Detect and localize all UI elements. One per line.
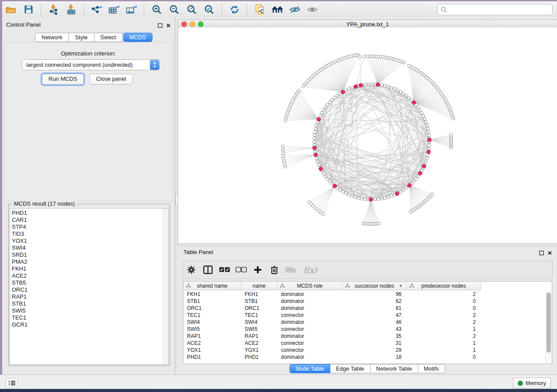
network-node[interactable] — [319, 114, 322, 117]
network-node[interactable] — [347, 193, 350, 196]
network-node[interactable] — [350, 86, 353, 89]
network-node[interactable] — [302, 85, 305, 88]
network-node-mcds[interactable] — [359, 83, 363, 87]
network-search-box[interactable] — [437, 4, 553, 15]
network-node[interactable] — [333, 96, 336, 99]
network-node[interactable] — [399, 190, 402, 193]
mcds-result-item[interactable]: GCR1 — [10, 321, 168, 328]
network-node[interactable] — [357, 196, 360, 199]
network-node[interactable] — [426, 157, 429, 160]
network-node[interactable] — [344, 192, 347, 195]
network-node-mcds[interactable] — [422, 164, 426, 168]
network-node-mcds[interactable] — [354, 85, 358, 89]
network-node[interactable] — [408, 64, 411, 67]
network-node[interactable] — [390, 86, 393, 89]
network-node[interactable] — [407, 96, 410, 99]
network-node[interactable] — [405, 94, 408, 97]
table-row-PHD1[interactable]: PHD1PHD1dominator180 — [183, 354, 552, 361]
mcds-result-item[interactable]: SWI4 — [10, 244, 168, 251]
network-node[interactable] — [366, 55, 369, 58]
network-node[interactable] — [420, 112, 423, 115]
column-header-MCDS-role[interactable]: MCDS role — [277, 282, 343, 290]
network-node[interactable] — [317, 163, 320, 166]
table-row-ACE2[interactable]: ACE2ACE2connector311 — [183, 340, 552, 347]
network-node[interactable] — [431, 193, 434, 196]
memory-button[interactable]: Memory — [513, 378, 551, 389]
show-column-panel-button[interactable] — [200, 262, 216, 277]
network-node[interactable] — [326, 177, 329, 180]
network-node[interactable] — [374, 198, 377, 201]
network-node[interactable] — [367, 83, 370, 86]
network-node[interactable] — [313, 137, 316, 140]
table-row-YOX1[interactable]: YOX1YOX1connector291 — [183, 347, 552, 354]
network-node[interactable] — [347, 87, 350, 90]
network-node[interactable] — [402, 189, 405, 192]
close-panel-button[interactable] — [166, 22, 171, 30]
mcds-result-item[interactable]: CAR1 — [10, 217, 168, 224]
column-header-shared-name[interactable]: shared name — [183, 282, 241, 290]
network-node[interactable] — [314, 131, 317, 134]
network-node[interactable] — [412, 180, 415, 183]
network-node[interactable] — [428, 147, 431, 150]
network-node-mcds[interactable] — [317, 117, 321, 121]
delete-table-button[interactable] — [283, 262, 299, 277]
network-node[interactable] — [387, 85, 390, 88]
network-node[interactable] — [419, 109, 422, 112]
network-node-mcds[interactable] — [314, 153, 318, 157]
network-node[interactable] — [426, 127, 429, 130]
close-table-panel-button[interactable] — [547, 249, 552, 257]
network-node-mcds[interactable] — [427, 150, 431, 154]
network-node-mcds[interactable] — [369, 198, 373, 202]
network-node[interactable] — [284, 119, 287, 122]
network-node[interactable] — [428, 144, 431, 147]
network-canvas[interactable] — [178, 28, 557, 244]
column-header-name[interactable]: name — [241, 282, 277, 290]
task-history-button[interactable] — [6, 378, 18, 388]
table-scrollbar[interactable] — [546, 290, 551, 363]
network-node[interactable] — [410, 98, 413, 101]
save-session-button[interactable] — [21, 3, 36, 16]
export-table-button[interactable] — [107, 3, 121, 16]
tab-motifs[interactable]: Motifs — [418, 364, 445, 373]
network-graph[interactable] — [178, 28, 557, 244]
table-row-ORC1[interactable]: ORC1ORC1dominator610 — [183, 305, 552, 312]
delete-column-button[interactable] — [266, 262, 283, 277]
network-node[interactable] — [322, 212, 325, 215]
network-node[interactable] — [426, 154, 429, 157]
mcds-result-item[interactable]: SRD1 — [10, 251, 168, 258]
network-node[interactable] — [313, 141, 316, 144]
export-network-button[interactable] — [89, 3, 104, 16]
create-column-button[interactable] — [249, 262, 266, 277]
export-image-button[interactable] — [124, 3, 139, 16]
column-header-predecessor-nodes[interactable]: predecessor nodes — [407, 282, 481, 290]
float-panel-button[interactable] — [158, 22, 163, 30]
network-node-mcds[interactable] — [418, 172, 422, 175]
network-node[interactable] — [328, 101, 331, 104]
network-node[interactable] — [402, 92, 405, 95]
network-node[interactable] — [377, 222, 381, 225]
tab-edge-table[interactable]: Edge Table — [330, 364, 370, 373]
import-network-button[interactable] — [46, 3, 61, 16]
network-node[interactable] — [393, 87, 396, 90]
network-node[interactable] — [354, 196, 357, 199]
mcds-result-item[interactable]: ORC1 — [10, 286, 168, 293]
network-node[interactable] — [422, 114, 425, 117]
network-node[interactable] — [425, 160, 428, 163]
network-node[interactable] — [405, 186, 408, 189]
function-builder-button[interactable]: f(x) — [299, 262, 321, 277]
network-node-mcds[interactable] — [395, 192, 399, 196]
hide-selected-button[interactable] — [287, 3, 302, 16]
refresh-layout-button[interactable] — [227, 3, 242, 16]
mcds-result-item[interactable]: PMA2 — [10, 258, 168, 265]
table-row-FKH1[interactable]: FKH1FKH1dominator962 — [183, 291, 552, 298]
mcds-result-list[interactable]: PHD1CAR1STP4TID3YOX1SWI4SRD1PMA2FKH1ACE2… — [10, 208, 169, 364]
network-node-mcds[interactable] — [412, 101, 416, 105]
network-node[interactable] — [363, 55, 366, 58]
network-node[interactable] — [282, 151, 285, 154]
network-node[interactable] — [425, 120, 428, 124]
network-node[interactable] — [387, 196, 390, 199]
table-settings-button[interactable] — [183, 262, 200, 277]
network-node[interactable] — [390, 195, 393, 198]
network-node[interactable] — [363, 198, 367, 201]
network-node[interactable] — [370, 83, 374, 86]
